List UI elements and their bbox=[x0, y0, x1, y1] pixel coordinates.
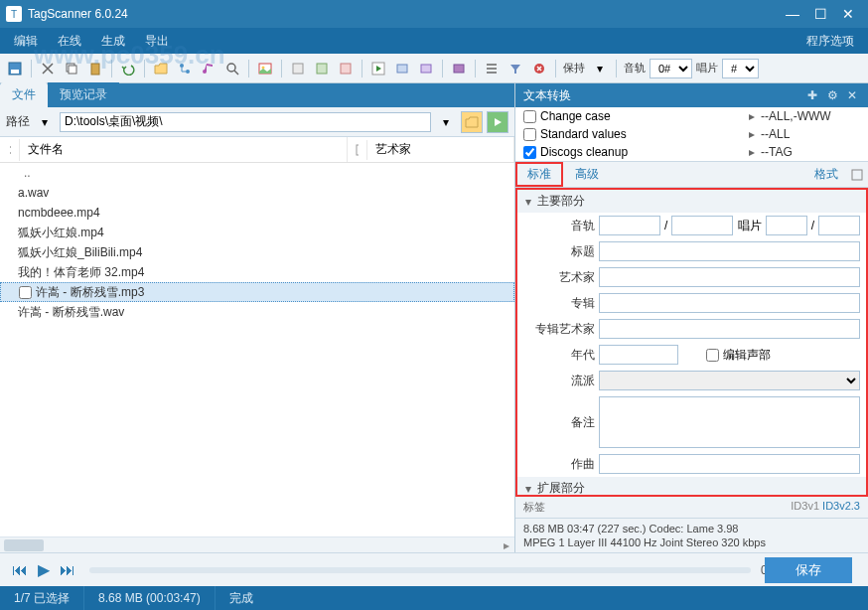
right-panel: 文本转换 ✚ ⚙ ✕ Change case▸--ALL,-WWWStandar… bbox=[514, 83, 868, 552]
cut-icon[interactable] bbox=[37, 58, 59, 79]
file-list[interactable]: ..a.wavncmbdeee.mp4狐妖小红娘.mp4狐妖小红娘_BiliBi… bbox=[0, 163, 514, 536]
transform-row[interactable]: Change case▸--ALL,-WWW bbox=[515, 107, 868, 125]
genre-select[interactable] bbox=[599, 371, 860, 390]
tab-preview[interactable]: 预览记录 bbox=[48, 82, 119, 107]
transform-row[interactable]: Discogs cleanup▸--TAG bbox=[515, 143, 868, 161]
svg-rect-10 bbox=[293, 64, 303, 74]
folder-icon[interactable] bbox=[150, 58, 172, 79]
transforms-list: Change case▸--ALL,-WWWStandard values▸--… bbox=[515, 107, 868, 162]
path-bar: 路径 ▾ ▾ bbox=[0, 107, 514, 137]
menu-online[interactable]: 在线 bbox=[48, 29, 91, 54]
tag1-icon[interactable] bbox=[391, 58, 413, 79]
section-ext[interactable]: ▾扩展部分 bbox=[517, 477, 866, 497]
tag-footer: 标签 ID3v1 ID3v2.3 bbox=[515, 497, 868, 518]
id3v23-badge[interactable]: ID3v2.3 bbox=[822, 500, 860, 515]
transform-checkbox[interactable] bbox=[523, 128, 536, 141]
tag2-icon[interactable] bbox=[415, 58, 437, 79]
paste-icon[interactable] bbox=[84, 58, 106, 79]
menubar: www.pc0359.cn 编辑 在线 生成 导出 程序选项 bbox=[0, 28, 868, 54]
track-num-input[interactable] bbox=[599, 216, 660, 235]
disc-total-input[interactable] bbox=[818, 216, 860, 235]
clear-icon[interactable] bbox=[528, 58, 550, 79]
go-button[interactable] bbox=[487, 111, 508, 133]
path-history-icon[interactable]: ▾ bbox=[435, 111, 457, 133]
close-button[interactable]: ✕ bbox=[834, 4, 862, 24]
edit-part-checkbox[interactable] bbox=[706, 349, 719, 362]
list-icon[interactable] bbox=[481, 58, 503, 79]
image-icon[interactable] bbox=[254, 58, 276, 79]
svg-rect-19 bbox=[852, 170, 862, 180]
save-icon[interactable] bbox=[4, 58, 26, 79]
tool1-icon[interactable] bbox=[287, 58, 309, 79]
menu-program-options[interactable]: 程序选项 bbox=[796, 29, 864, 54]
play-icon[interactable] bbox=[367, 58, 389, 79]
copy-icon[interactable] bbox=[61, 58, 82, 79]
tool3-icon[interactable] bbox=[335, 58, 357, 79]
file-row[interactable]: 狐妖小红娘.mp4 bbox=[0, 223, 514, 242]
track-format-select[interactable]: 0# bbox=[650, 59, 692, 78]
file-row[interactable]: 许嵩 - 断桥残雪.mp3 bbox=[0, 282, 514, 302]
undo-icon[interactable] bbox=[117, 58, 139, 79]
transform-row[interactable]: Standard values▸--ALL bbox=[515, 125, 868, 143]
filename-column[interactable]: 文件名 bbox=[20, 137, 348, 162]
tag3-icon[interactable] bbox=[448, 58, 470, 79]
transform-checkbox[interactable] bbox=[523, 146, 536, 159]
artist-input[interactable] bbox=[599, 267, 860, 287]
label-edit-part: 编辑声部 bbox=[723, 347, 771, 364]
svg-rect-3 bbox=[69, 66, 76, 74]
album-input[interactable] bbox=[599, 293, 860, 313]
next-button[interactable]: ⏭ bbox=[56, 558, 79, 582]
note-icon[interactable] bbox=[198, 58, 219, 79]
add-icon[interactable]: ✚ bbox=[804, 87, 820, 103]
track-total-input[interactable] bbox=[671, 216, 733, 235]
info-line1: 8.68 MB 03:47 (227 sec.) Codec: Lame 3.9… bbox=[523, 522, 860, 535]
settings-icon[interactable]: ⚙ bbox=[824, 87, 840, 103]
tab-standard[interactable]: 标准 bbox=[515, 162, 563, 187]
disc-num-input[interactable] bbox=[766, 216, 807, 235]
id3v1-badge[interactable]: ID3v1 bbox=[791, 500, 819, 515]
right-tabs: 标准 高级 格式 bbox=[515, 162, 868, 188]
close-panel-icon[interactable]: ✕ bbox=[844, 87, 860, 103]
year-input[interactable] bbox=[599, 345, 678, 365]
h-scrollbar[interactable]: ▸ bbox=[0, 536, 514, 552]
filter-icon[interactable] bbox=[505, 58, 526, 79]
file-row[interactable]: 许嵩 - 断桥残雪.wav bbox=[0, 302, 514, 322]
artist-column[interactable]: 艺术家 bbox=[367, 137, 514, 162]
disc-format-select[interactable]: # bbox=[722, 59, 759, 78]
path-dropdown-icon[interactable]: ▾ bbox=[34, 111, 56, 133]
svg-rect-14 bbox=[397, 65, 407, 73]
section-main[interactable]: ▾主要部分 bbox=[517, 190, 866, 213]
panel-menu-icon[interactable] bbox=[846, 164, 868, 186]
format-link[interactable]: 格式 bbox=[806, 166, 846, 183]
menu-generate[interactable]: 生成 bbox=[91, 29, 135, 54]
title-input[interactable] bbox=[599, 241, 860, 261]
file-row[interactable]: ncmbdeee.mp4 bbox=[0, 203, 514, 223]
progress-bar[interactable] bbox=[89, 567, 751, 573]
menu-export[interactable]: 导出 bbox=[135, 29, 179, 54]
search-icon[interactable] bbox=[221, 58, 243, 79]
tool2-icon[interactable] bbox=[311, 58, 333, 79]
album-artist-input[interactable] bbox=[599, 319, 860, 339]
file-row[interactable]: a.wav bbox=[0, 183, 514, 203]
play-button[interactable]: ▶ bbox=[32, 558, 56, 582]
col-icon[interactable] bbox=[348, 140, 367, 160]
tab-file[interactable]: 文件 bbox=[0, 82, 48, 107]
menu-edit[interactable]: 编辑 bbox=[4, 29, 48, 54]
comment-textarea[interactable] bbox=[599, 396, 860, 448]
path-input[interactable] bbox=[60, 112, 431, 132]
tab-advanced[interactable]: 高级 bbox=[563, 162, 611, 187]
prev-button[interactable]: ⏮ bbox=[8, 558, 32, 582]
transform-checkbox[interactable] bbox=[523, 110, 536, 123]
file-row[interactable]: 狐妖小红娘_BiliBili.mp4 bbox=[0, 242, 514, 262]
shuffle-column[interactable] bbox=[0, 139, 20, 161]
save-button[interactable]: 保存 bbox=[765, 557, 852, 583]
file-row[interactable]: .. bbox=[0, 163, 514, 183]
file-row[interactable]: 我的！体育老师 32.mp4 bbox=[0, 262, 514, 282]
composer-input[interactable] bbox=[599, 454, 860, 474]
browse-button[interactable] bbox=[461, 111, 483, 133]
minimize-button[interactable]: — bbox=[779, 4, 806, 24]
dropdown-icon[interactable]: ▾ bbox=[589, 58, 611, 79]
svg-rect-1 bbox=[11, 70, 19, 74]
maximize-button[interactable]: ☐ bbox=[806, 4, 834, 24]
branch-icon[interactable] bbox=[174, 58, 196, 79]
